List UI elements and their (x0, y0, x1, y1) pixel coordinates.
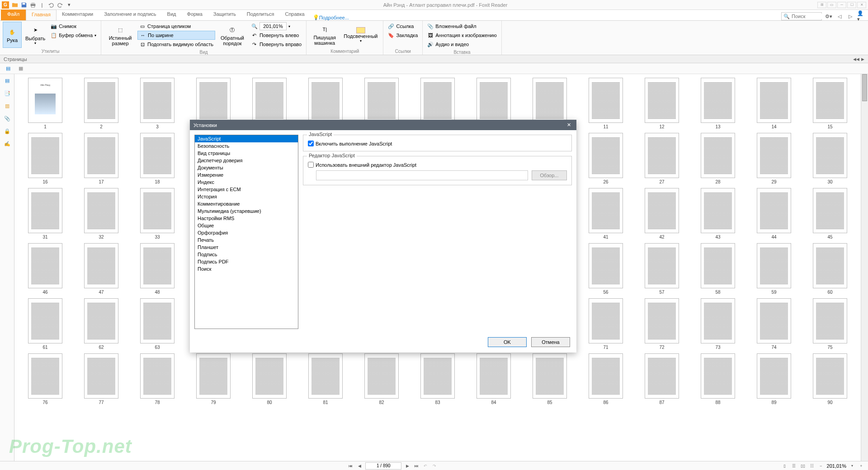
search-input[interactable] (792, 14, 854, 19)
thumbnail[interactable]: 77 (76, 353, 127, 405)
thumbnail[interactable]: 12 (637, 78, 687, 129)
category-item[interactable]: Подпись PDF (195, 258, 298, 265)
thumbnail[interactable]: 87 (637, 353, 687, 405)
nav-next-icon[interactable]: ▷ (846, 12, 854, 20)
enable-js-input[interactable] (308, 141, 314, 146)
thumbnail[interactable]: 76 (20, 353, 71, 405)
thumbnail[interactable]: 18 (132, 133, 183, 184)
thumbnail[interactable]: 62 (76, 298, 127, 350)
thumbnail[interactable]: 28 (693, 133, 743, 184)
vertical-scrollbar[interactable] (861, 74, 868, 461)
thumbnail[interactable]: 47 (76, 243, 127, 295)
category-item[interactable]: Печать (195, 236, 298, 244)
thumbnail[interactable]: 17 (76, 133, 127, 184)
dialog-close-icon[interactable]: ✕ (565, 122, 573, 128)
thumbnail[interactable]: 16 (20, 133, 71, 184)
tab-help[interactable]: Справка (279, 9, 310, 20)
highlight-btn[interactable]: Подсвеченный ▾ (341, 22, 380, 48)
category-list[interactable]: JavaScriptБезопасностьВид страницыДиспет… (194, 135, 298, 329)
thumbnail[interactable]: 56 (580, 243, 631, 295)
settings-icon[interactable]: ⚙▾ (825, 12, 833, 20)
chevron-down-icon[interactable]: ▾ (288, 24, 290, 28)
enable-js-checkbox[interactable]: Включить выполнение JavaScript (308, 141, 567, 146)
thumbnail[interactable]: 41 (580, 188, 631, 240)
minimize-icon[interactable]: ─ (837, 2, 846, 8)
rotate-right-btn[interactable]: ↷Повернуть вправо (250, 40, 303, 49)
thumbnail[interactable]: 45 (805, 188, 855, 240)
tab-protect[interactable]: Защитить (208, 9, 241, 20)
thumbnail[interactable]: 26 (580, 133, 631, 184)
external-editor-checkbox[interactable]: Использовать внешний редактор JavaScript (308, 162, 567, 168)
thumbnail[interactable]: 58 (693, 243, 743, 295)
thumbnail[interactable]: 57 (637, 243, 687, 295)
thumbnail[interactable]: 27 (637, 133, 687, 184)
thumbnail[interactable]: 11 (580, 78, 631, 129)
sidebar-security-icon[interactable]: 🔒 (3, 127, 12, 136)
category-item[interactable]: Интеграция с ECM (195, 186, 298, 193)
thumbnail[interactable]: 3 (132, 78, 183, 129)
category-item[interactable]: Планшет (195, 244, 298, 251)
single-page-icon[interactable]: ▯ (782, 463, 788, 469)
category-item[interactable]: Индекс (195, 179, 298, 186)
thumbnail[interactable]: 33 (132, 188, 183, 240)
tab-share[interactable]: Поделиться (241, 9, 280, 20)
thumbnail[interactable]: 46 (20, 243, 71, 295)
thumbnail[interactable]: 89 (749, 353, 799, 405)
file-tab[interactable]: Файл (1, 9, 26, 20)
category-item[interactable]: Диспетчер доверия (195, 157, 298, 164)
browse-button[interactable]: Обзор... (532, 170, 567, 180)
tab-form[interactable]: Форма (182, 9, 208, 20)
thumb-large-icon[interactable]: ▦ (16, 64, 25, 73)
attach-btn[interactable]: 📎Вложенный файл (425, 22, 498, 31)
thumbnail[interactable]: 44 (749, 188, 799, 240)
fit-width-btn[interactable]: ↔По ширине (137, 31, 215, 40)
category-item[interactable]: Комментирование (195, 200, 298, 207)
print-icon[interactable] (29, 1, 37, 9)
more-link[interactable]: Подробнее... (319, 15, 349, 20)
qat-more-icon[interactable]: ▾ (65, 1, 73, 9)
clipboard-btn[interactable]: 📋Буфер обмена▾ (49, 31, 98, 40)
thumbnail[interactable]: 82 (356, 353, 407, 405)
typewriter-btn[interactable]: T| Пишущая машинка (309, 22, 340, 48)
zoom-in-icon[interactable]: + (858, 463, 864, 469)
rotate-left-btn[interactable]: ↶Повернуть влево (250, 31, 303, 40)
select-tool[interactable]: ➤ Выбрать ▾ (23, 22, 48, 48)
editor-path-input[interactable] (316, 170, 528, 180)
thumbnail[interactable]: 73 (693, 298, 743, 350)
thumbnail[interactable]: 83 (412, 353, 463, 405)
prev-page-icon[interactable]: ◀ (356, 463, 363, 469)
category-item[interactable]: Подпись (195, 251, 298, 258)
sidebar-bookmarks-icon[interactable]: 📑 (3, 89, 12, 98)
category-item[interactable]: Измерение (195, 171, 298, 179)
av-btn[interactable]: 🔊Аудио и видео (425, 40, 498, 49)
scrollbar-thumb[interactable] (862, 74, 867, 101)
last-page-icon[interactable]: ⏭ (413, 463, 420, 469)
thumbnail[interactable]: Айн Рэнд1 (20, 78, 71, 129)
fwd-view-icon[interactable]: ↷ (431, 463, 438, 469)
category-item[interactable]: Вид страницы (195, 150, 298, 157)
tab-home[interactable]: Главная (26, 9, 57, 20)
collapse-right-icon[interactable]: ▶ (861, 57, 864, 61)
sidebar-signatures-icon[interactable]: ✍ (3, 139, 12, 148)
thumbnail[interactable]: 71 (580, 298, 631, 350)
back-view-icon[interactable]: ↶ (422, 463, 429, 469)
external-editor-input[interactable] (308, 162, 314, 168)
thumbnail[interactable]: 29 (749, 133, 799, 184)
open-icon[interactable] (11, 1, 19, 9)
category-item[interactable]: Мультимедиа (устаревшие) (195, 207, 298, 215)
collapse-left-icon[interactable]: ◀◀ (853, 57, 859, 61)
category-item[interactable]: Орфография (195, 229, 298, 236)
thumbnail[interactable]: 74 (749, 298, 799, 350)
hand-tool[interactable]: ✋ Рука (3, 22, 22, 48)
thumbnail[interactable]: 30 (805, 133, 855, 184)
thumbnail[interactable]: 80 (244, 353, 295, 405)
ok-button[interactable]: OK (488, 337, 527, 347)
bookmark-btn[interactable]: 🔖Закладка (386, 31, 420, 40)
thumbnail[interactable]: 43 (693, 188, 743, 240)
next-page-icon[interactable]: ▶ (404, 463, 410, 469)
tab-view[interactable]: Вид (162, 9, 182, 20)
zoom-dropdown-icon[interactable]: ▾ (849, 463, 855, 469)
close-icon[interactable]: ✕ (857, 2, 866, 8)
thumbnail[interactable]: 75 (805, 298, 855, 350)
thumbnail[interactable]: 72 (637, 298, 687, 350)
